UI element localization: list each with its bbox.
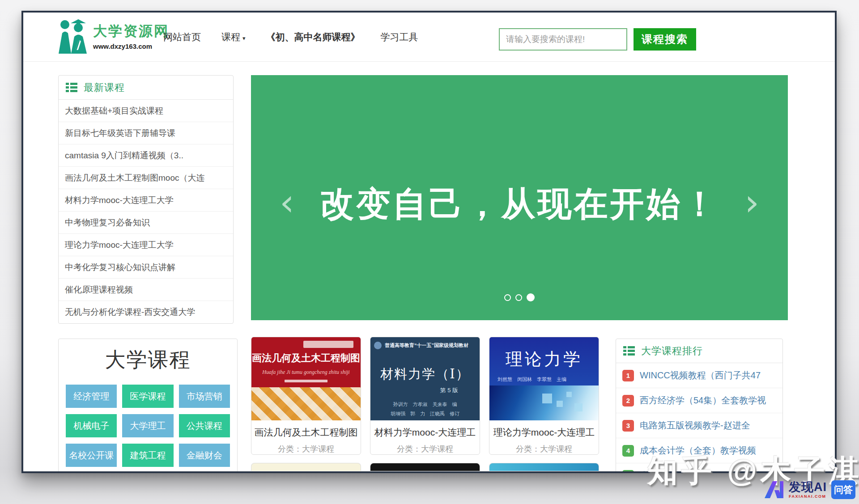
browser-window: 大学资源网 www.dxzy163.com 网站首页 课程▾ 《初、高中名师课程… xyxy=(21,11,837,473)
rank-badge: 5 xyxy=(622,470,634,474)
course-category: 分类：大学课程 xyxy=(489,444,599,454)
cover-authors: 刘然慧 闵国林 李翠慧 主编 xyxy=(489,371,599,383)
partial-card-top xyxy=(251,463,361,471)
site-url: www.dxzy163.com xyxy=(93,42,169,50)
cover-band-text: 普通高等教育“十一五”国家级规划教材 xyxy=(385,342,468,349)
carousel-dot[interactable] xyxy=(515,294,522,301)
faxianai-qa-badge: 问答 xyxy=(831,480,855,499)
cover-edition: 第 5 版 xyxy=(370,386,480,394)
list-item[interactable]: 无机与分析化学课程-西安交通大学 xyxy=(59,301,233,323)
main-nav: 网站首页 课程▾ 《初、高中名师课程》 学习工具 xyxy=(163,13,418,62)
carousel-prev-arrow[interactable]: ‹ xyxy=(280,184,294,221)
category-tag-mechanical[interactable]: 机械电子 xyxy=(66,414,117,437)
course-ranking-header: 大学课程排行 xyxy=(616,339,782,363)
category-tag-economics[interactable]: 经济管理 xyxy=(66,385,117,408)
category-tag-finance[interactable]: 金融财会 xyxy=(179,444,230,467)
course-title: 材料力学mooc-大连理工 xyxy=(370,426,480,439)
list-item[interactable]: 画法几何及土木工程制图mooc（大连 xyxy=(59,167,233,189)
rank-badge: 3 xyxy=(622,420,634,432)
cover-authors: 孙训方 方孝淑 关来泰 编 胡增强 郭 力 江晓禹 修订 xyxy=(370,400,480,419)
site-logo-icon xyxy=(57,17,89,55)
search-input[interactable] xyxy=(499,28,627,51)
course-cover-image: 普通高等教育“十一五”国家级规划教材 材料力学（Ⅰ） 第 5 版 孙训方 方孝淑… xyxy=(370,337,480,420)
partial-card-top xyxy=(370,463,480,471)
university-courses-panel: 大学课程 经济管理 医学课程 市场营销 机械电子 大学理工 公共课程 名校公开课… xyxy=(58,339,238,473)
course-card[interactable]: 普通高等教育“十一五”国家级规划教材 材料力学（Ⅰ） 第 5 版 孙训方 方孝淑… xyxy=(370,337,480,455)
cover-title: 材料力学（Ⅰ） xyxy=(370,365,480,383)
list-item[interactable]: 3 电路第五版视频教学-赵进全 xyxy=(616,413,782,438)
list-item[interactable]: 2 西方经济学（54集）全套教学视 xyxy=(616,388,782,413)
faxianai-brand-text: 发现AI xyxy=(789,481,827,493)
carousel-dot[interactable] xyxy=(504,294,511,301)
category-tag-public[interactable]: 公共课程 xyxy=(179,414,230,437)
site-logo[interactable]: 大学资源网 www.dxzy163.com xyxy=(57,17,169,55)
cover-badge-decoration xyxy=(303,341,353,348)
course-card[interactable]: 理论力学 刘然慧 闵国林 李翠慧 主编 理论力学mooc-大连理工 分类：大学课… xyxy=(489,337,599,455)
list-item[interactable]: 理论力学mooc-大连理工大学 xyxy=(59,234,233,256)
list-item[interactable]: 中考化学复习核心知识点讲解 xyxy=(59,256,233,279)
course-cover-image: 理论力学 刘然慧 闵国林 李翠慧 主编 xyxy=(489,337,599,420)
list-item[interactable]: 新目标七年级英语下册辅导课 xyxy=(59,122,233,144)
latest-courses-panel: 最新课程 大数据基础+项目实战课程 新目标七年级英语下册辅导课 camtasia… xyxy=(58,75,234,324)
list-item[interactable]: 催化原理课程视频 xyxy=(59,279,233,301)
cover-mosaic-decoration xyxy=(251,387,361,420)
nav-famous-teacher-courses[interactable]: 《初、高中名师课程》 xyxy=(266,31,360,43)
latest-courses-header: 最新课程 xyxy=(59,76,233,100)
category-tag-marketing[interactable]: 市场营销 xyxy=(179,385,230,408)
nav-home[interactable]: 网站首页 xyxy=(163,31,201,43)
faxianai-domain-text: FAXIANAI.COM xyxy=(789,495,827,499)
course-title: 画法几何及土木工程制图 xyxy=(251,426,361,439)
search-button[interactable]: 课程搜索 xyxy=(634,28,696,51)
faxianai-mark-icon xyxy=(764,480,784,499)
list-item[interactable]: 中考物理复习必备知识 xyxy=(59,212,233,234)
category-tag-grid: 经济管理 医学课程 市场营销 机械电子 大学理工 公共课程 名校公开课 建筑工程… xyxy=(66,385,230,467)
category-tag-medical[interactable]: 医学课程 xyxy=(122,385,173,408)
partial-card-top xyxy=(489,463,599,471)
course-category: 分类：大学课程 xyxy=(370,444,480,454)
list-icon xyxy=(623,346,635,356)
latest-courses-title: 最新课程 xyxy=(84,81,125,94)
carousel-slogan: 改变自己，从现在开始！ xyxy=(251,182,788,228)
rank-badge: 2 xyxy=(622,395,634,407)
rank-badge: 1 xyxy=(622,370,634,381)
list-item[interactable]: 大数据基础+项目实战课程 xyxy=(59,100,233,122)
carousel-next-arrow[interactable]: › xyxy=(744,184,759,221)
latest-courses-list: 大数据基础+项目实战课程 新目标七年级英语下册辅导课 camtasia 9入门到… xyxy=(59,100,233,323)
category-tag-science[interactable]: 大学理工 xyxy=(122,414,173,437)
university-courses-title: 大学课程 xyxy=(59,346,237,374)
rank-label: 电路第五版视频教学-赵进全 xyxy=(640,419,750,432)
site-title: 大学资源网 xyxy=(93,22,169,41)
category-tag-opencourse[interactable]: 名校公开课 xyxy=(66,444,117,467)
cover-subtitle: Huafa jihe Ji tumu gongcheng zhitu shiji xyxy=(251,369,361,376)
list-item[interactable]: 1 WINCC视频教程（西门子共47 xyxy=(616,363,782,388)
list-item[interactable]: camtasia 9入门到精通视频（3.. xyxy=(59,144,233,167)
rank-badge: 4 xyxy=(622,445,634,457)
site-header: 大学资源网 www.dxzy163.com 网站首页 课程▾ 《初、高中名师课程… xyxy=(23,13,835,62)
carousel-dot-active[interactable] xyxy=(527,293,535,301)
course-category: 分类：大学课程 xyxy=(251,444,361,454)
rank-label: 西方经济学（54集）全套教学视 xyxy=(640,394,766,407)
rank-label: WINCC视频教程（西门子共47 xyxy=(640,369,761,381)
course-cover-image: 画法几何及土木工程制图 Huafa jihe Ji tumu gongcheng… xyxy=(251,337,361,420)
course-title: 理论力学mooc-大连理工 xyxy=(489,426,599,439)
cover-byline-decoration xyxy=(285,380,327,382)
faxianai-logo: 发现AI FAXIANAI.COM 问答 xyxy=(764,480,855,499)
list-item[interactable]: 材料力学mooc-大连理工大学 xyxy=(59,189,233,212)
cover-logo-decoration xyxy=(374,342,382,349)
hero-carousel: 改变自己，从现在开始！ ‹ › xyxy=(251,75,788,320)
category-tag-architecture[interactable]: 建筑工程 xyxy=(122,444,173,467)
cover-title: 理论力学 xyxy=(489,337,599,371)
cover-graphic-decoration xyxy=(489,385,599,420)
nav-courses[interactable]: 课程▾ xyxy=(221,31,246,43)
course-ranking-title: 大学课程排行 xyxy=(641,344,703,358)
course-card[interactable]: 画法几何及土木工程制图 Huafa jihe Ji tumu gongcheng… xyxy=(251,337,361,455)
list-icon xyxy=(66,83,77,93)
nav-study-tools[interactable]: 学习工具 xyxy=(381,31,418,43)
chevron-down-icon: ▾ xyxy=(242,35,246,42)
carousel-dots xyxy=(251,293,788,301)
